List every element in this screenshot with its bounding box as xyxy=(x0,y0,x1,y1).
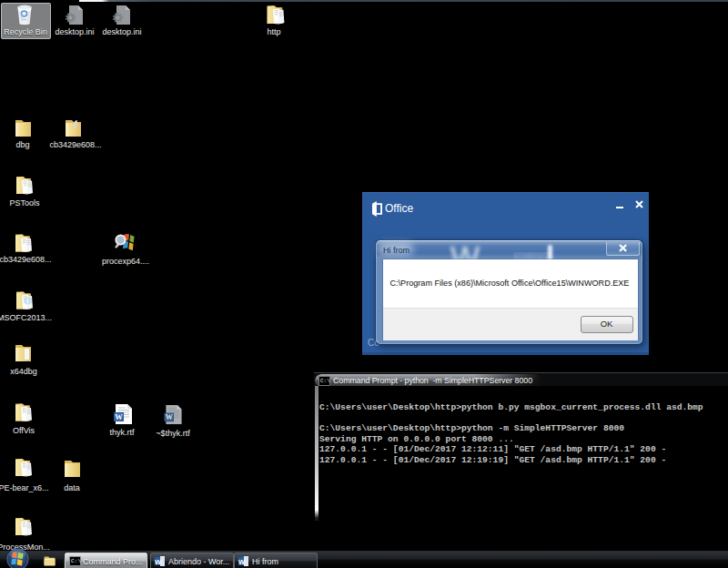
svg-text:W: W xyxy=(155,558,162,566)
svg-text:W: W xyxy=(238,558,246,566)
svg-text:W: W xyxy=(166,413,173,421)
svg-text:W: W xyxy=(115,412,123,421)
